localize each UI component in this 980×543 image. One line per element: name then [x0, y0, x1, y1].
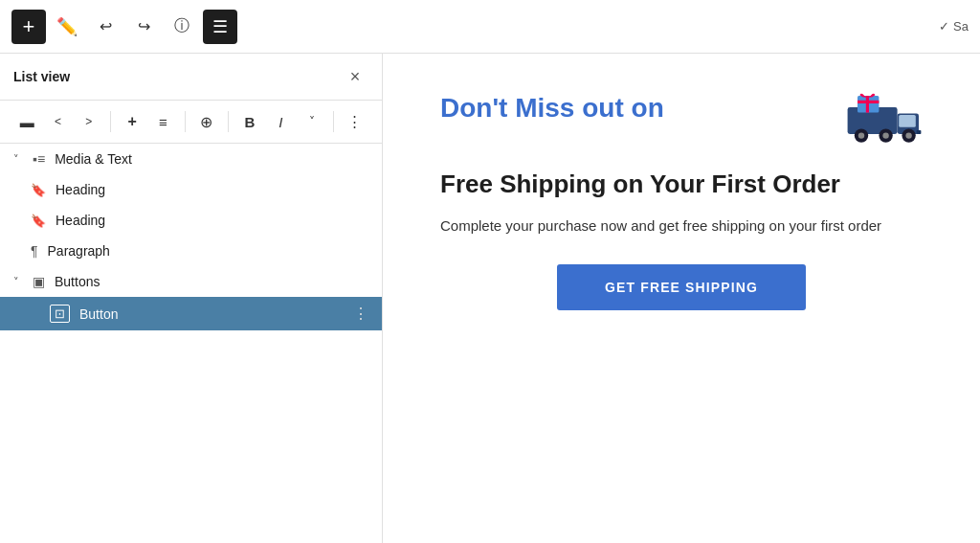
pen-tool-button[interactable]: ✏️ [50, 10, 84, 44]
cta-button[interactable]: GET FREE SHIPPING [557, 264, 806, 310]
truck-icon [846, 92, 923, 149]
toolbar-separator-4 [333, 111, 334, 132]
plus-icon: + [127, 113, 136, 130]
sidebar-item-label: Media & Text [55, 151, 132, 167]
undo-button[interactable]: ↩ [88, 10, 122, 44]
chevron-down-button[interactable]: ˅ [298, 106, 324, 137]
media-text-icon: ▪≡ [33, 151, 45, 167]
pen-icon: ✏️ [56, 16, 78, 37]
sidebar-list: ˅ ▪≡ Media & Text 🔖 Heading 🔖 Heading ¶ … [0, 144, 382, 543]
list-icon: ☰ [212, 18, 228, 35]
paragraph-icon: ¶ [31, 243, 38, 259]
nav-back-button[interactable]: < [44, 106, 71, 137]
align-icon: ▬ [20, 114, 34, 130]
link-button[interactable]: ⊕ [193, 106, 220, 137]
svg-point-5 [858, 132, 864, 138]
button-block-icon: ⊡ [50, 305, 70, 323]
ellipsis-icon: ⋮ [347, 113, 362, 130]
sidebar-close-button[interactable]: × [342, 63, 368, 90]
block-toolbar: ▬ < > + ≡ ⊕ B I [0, 101, 382, 144]
save-label-text: Sa [953, 19, 969, 34]
insert-button[interactable]: + [119, 106, 145, 137]
svg-point-7 [882, 132, 888, 138]
block-align-button[interactable]: ▬ [13, 106, 40, 137]
toolbar-separator-2 [185, 111, 186, 132]
sidebar-item-button[interactable]: ⊡ Button ⋮ [0, 297, 382, 330]
sidebar-item-heading-2[interactable]: 🔖 Heading [0, 205, 382, 236]
sidebar-item-label: Paragraph [48, 243, 110, 259]
link-icon: ⊕ [200, 113, 212, 131]
plus-icon: + [23, 14, 35, 39]
sidebar-item-label: Button [79, 306, 118, 322]
chevron-down-icon: ˅ [13, 276, 19, 288]
svg-rect-12 [866, 96, 869, 113]
bold-icon: B [244, 114, 255, 130]
sidebar-item-paragraph[interactable]: ¶ Paragraph [0, 236, 382, 266]
more-options-button[interactable]: ⋮ [342, 106, 368, 137]
italic-button[interactable]: I [267, 106, 294, 137]
info-icon: ⓘ [174, 16, 189, 36]
sidebar: List view × ▬ < > + ≡ ⊕ [0, 54, 383, 543]
svg-point-9 [905, 132, 911, 138]
align-btn-2[interactable]: ≡ [149, 106, 176, 137]
info-button[interactable]: ⓘ [165, 10, 199, 44]
undo-icon: ↩ [100, 17, 112, 35]
sidebar-title: List view [13, 69, 70, 84]
sidebar-item-heading-1[interactable]: 🔖 Heading [0, 174, 382, 205]
add-block-button[interactable]: + [11, 10, 46, 44]
sidebar-item-label: Heading [56, 182, 105, 197]
toolbar-separator-1 [110, 111, 111, 132]
sidebar-item-buttons[interactable]: ˅ ▣ Buttons [0, 266, 382, 297]
chevron-left-icon: < [55, 115, 61, 128]
chevron-right-icon: > [85, 115, 92, 128]
toolbar-separator-3 [228, 111, 229, 132]
shipping-body: Complete your purchase now and get free … [440, 215, 923, 238]
chevron-down-icon: ˅ [13, 153, 19, 166]
chevron-down-icon: ˅ [309, 115, 315, 128]
shipping-heading: Free Shipping on Your First Order [440, 169, 923, 201]
main-area: List view × ▬ < > + ≡ ⊕ [0, 54, 980, 543]
italic-icon: I [278, 114, 282, 130]
promo-row: Don't Miss out on [440, 92, 923, 149]
sidebar-item-label: Buttons [55, 274, 100, 289]
redo-button[interactable]: ↪ [126, 10, 161, 44]
sidebar-item-media-text[interactable]: ˅ ▪≡ Media & Text [0, 144, 382, 174]
align-icon-2: ≡ [159, 114, 167, 130]
bookmark-icon-2: 🔖 [31, 214, 46, 228]
svg-rect-3 [917, 130, 922, 134]
more-options-icon[interactable]: ⋮ [353, 305, 368, 323]
top-toolbar: + ✏️ ↩ ↪ ⓘ ☰ ✓ Sa [0, 0, 980, 54]
bookmark-icon-1: 🔖 [31, 183, 46, 197]
sidebar-header: List view × [0, 54, 382, 101]
save-status: ✓ Sa [939, 19, 969, 34]
sidebar-item-label: Heading [56, 213, 105, 228]
buttons-icon: ▣ [33, 274, 45, 289]
checkmark-icon: ✓ [939, 19, 949, 34]
promo-headline: Don't Miss out on [440, 92, 664, 124]
canvas-area: Don't Miss out on [383, 54, 980, 543]
nav-fwd-button[interactable]: > [76, 106, 102, 137]
redo-icon: ↪ [138, 17, 150, 35]
bold-button[interactable]: B [236, 106, 263, 137]
svg-rect-2 [899, 115, 916, 127]
content-area: Don't Miss out on [440, 92, 923, 310]
list-view-button[interactable]: ☰ [203, 10, 237, 44]
